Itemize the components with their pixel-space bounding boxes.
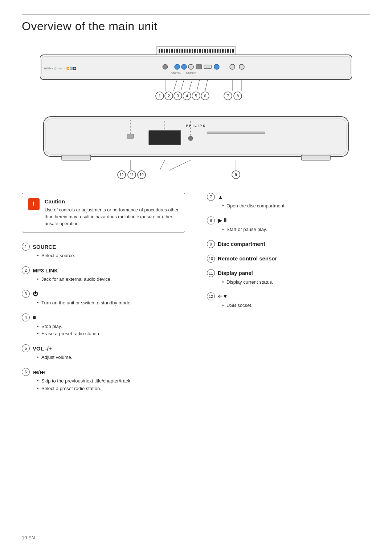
bottom-unit-svg: PHILIPS bbox=[40, 113, 352, 186]
top-unit-diagram: HDMI ≡ 💿 ☆☆ -☆ 📶🔤🔲 ←FUNCTION→ ←TUNE/SKIP… bbox=[40, 44, 352, 106]
svg-rect-68 bbox=[44, 117, 348, 157]
item-6: 6 ⏮/⏭ Skip to the previous/next title/ch… bbox=[22, 368, 185, 393]
svg-point-37 bbox=[188, 64, 193, 69]
item-num-12: 12 bbox=[207, 292, 215, 300]
item-label-2: MP3 LINK bbox=[33, 267, 58, 274]
item-num-6: 6 bbox=[22, 368, 30, 376]
svg-rect-74 bbox=[207, 132, 265, 134]
svg-rect-21 bbox=[204, 49, 206, 53]
page-footer: 10 EN bbox=[22, 535, 35, 540]
svg-rect-14 bbox=[187, 49, 188, 53]
svg-rect-9 bbox=[174, 49, 175, 53]
svg-rect-4 bbox=[161, 49, 163, 53]
svg-rect-28 bbox=[222, 49, 224, 53]
item-bullet-2-1: Jack for an external audio device. bbox=[37, 276, 185, 283]
item-bullet-3-1: Turn on the unit or switch to standby mo… bbox=[37, 299, 185, 307]
diagrams-section: HDMI ≡ 💿 ☆☆ -☆ 📶🔤🔲 ←FUNCTION→ ←TUNE/SKIP… bbox=[22, 44, 370, 182]
svg-rect-3 bbox=[159, 49, 160, 53]
svg-rect-7 bbox=[169, 49, 170, 53]
svg-rect-26 bbox=[217, 49, 219, 53]
item-num-5: 5 bbox=[22, 344, 30, 352]
svg-text:7: 7 bbox=[227, 94, 229, 98]
right-column: 7 ▲ Open the disc compartment. 8 ▶⏸ Star… bbox=[207, 193, 370, 399]
item-label-6: ⏮/⏭ bbox=[33, 369, 45, 375]
item-label-12: ⇦▼ bbox=[218, 293, 228, 300]
item-11: 11 Display panel Display current status. bbox=[207, 269, 370, 286]
item-label-11: Display panel bbox=[218, 270, 253, 276]
svg-line-48 bbox=[197, 80, 200, 91]
item-num-9: 9 bbox=[207, 240, 215, 248]
item-10: 10 Remote control sensor bbox=[207, 255, 370, 263]
item-label-3: ⏻ bbox=[33, 291, 38, 297]
svg-line-47 bbox=[189, 80, 192, 91]
item-num-2: 2 bbox=[22, 266, 30, 274]
svg-rect-6 bbox=[166, 49, 168, 53]
svg-line-81 bbox=[160, 160, 165, 170]
svg-rect-16 bbox=[192, 49, 193, 53]
item-label-9: Disc compartment bbox=[218, 241, 265, 247]
svg-rect-23 bbox=[209, 49, 211, 53]
left-column: ! Caution Use of controls or adjustments… bbox=[22, 193, 185, 399]
svg-rect-39 bbox=[204, 65, 211, 69]
page-title: Overview of the main unit bbox=[22, 15, 370, 33]
top-unit-svg: HDMI ≡ 💿 ☆☆ -☆ 📶🔤🔲 ←FUNCTION→ ←TUNE/SKIP… bbox=[40, 44, 352, 106]
item-bullet-8-1: Start or pause play. bbox=[222, 226, 370, 234]
item-bullet-5-1: Adjust volume. bbox=[37, 354, 185, 361]
svg-rect-20 bbox=[202, 49, 203, 53]
item-label-8: ▶⏸ bbox=[218, 217, 228, 224]
svg-rect-32 bbox=[232, 49, 234, 53]
svg-text:11: 11 bbox=[130, 173, 134, 177]
svg-rect-15 bbox=[189, 49, 191, 53]
svg-rect-29 bbox=[225, 49, 226, 53]
item-label-1: SOURCE bbox=[33, 244, 56, 250]
svg-point-34 bbox=[163, 64, 168, 69]
svg-rect-11 bbox=[179, 49, 180, 53]
svg-point-35 bbox=[175, 64, 180, 69]
svg-rect-31 bbox=[230, 49, 231, 53]
item-3: 3 ⏻ Turn on the unit or switch to standb… bbox=[22, 290, 185, 307]
svg-rect-18 bbox=[197, 49, 198, 53]
svg-rect-70 bbox=[62, 155, 91, 160]
item-num-4: 4 bbox=[22, 313, 30, 321]
svg-rect-10 bbox=[176, 49, 178, 53]
svg-point-36 bbox=[181, 64, 187, 69]
item-bullet-11-1: Display current status. bbox=[222, 279, 370, 286]
item-label-5: VOL -/+ bbox=[33, 345, 52, 352]
svg-point-43 bbox=[239, 64, 244, 69]
svg-rect-2 bbox=[156, 47, 236, 55]
svg-rect-75 bbox=[127, 134, 134, 138]
svg-text:1: 1 bbox=[159, 94, 161, 98]
item-num-3: 3 bbox=[22, 290, 30, 298]
item-num-10: 10 bbox=[207, 255, 215, 263]
svg-rect-5 bbox=[164, 49, 165, 53]
svg-rect-38 bbox=[196, 65, 202, 69]
caution-title: Caution bbox=[45, 198, 179, 204]
svg-point-42 bbox=[230, 64, 235, 69]
item-5: 5 VOL -/+ Adjust volume. bbox=[22, 344, 185, 361]
svg-rect-17 bbox=[194, 49, 196, 53]
svg-text:12: 12 bbox=[119, 173, 124, 177]
svg-text:8: 8 bbox=[237, 94, 239, 98]
svg-rect-73 bbox=[149, 130, 181, 145]
item-label-10: Remote control sensor bbox=[218, 255, 277, 262]
item-7: 7 ▲ Open the disc compartment. bbox=[207, 193, 370, 210]
svg-line-46 bbox=[181, 80, 184, 91]
item-9: 9 Disc compartment bbox=[207, 240, 370, 248]
item-num-1: 1 bbox=[22, 243, 30, 251]
svg-rect-13 bbox=[184, 49, 185, 53]
item-bullet-6-2: Select a preset radio station. bbox=[37, 385, 185, 393]
svg-rect-25 bbox=[215, 49, 216, 53]
item-2: 2 MP3 LINK Jack for an external audio de… bbox=[22, 266, 185, 283]
svg-rect-8 bbox=[171, 49, 173, 53]
item-bullet-7-1: Open the disc compartment. bbox=[222, 202, 370, 210]
item-bullet-4-2: Erase a preset radio station. bbox=[37, 330, 185, 338]
svg-text:6: 6 bbox=[204, 94, 206, 98]
item-num-7: 7 bbox=[207, 193, 215, 201]
svg-text:PHILIPS: PHILIPS bbox=[186, 124, 206, 127]
svg-text:5: 5 bbox=[195, 94, 197, 98]
svg-text:←FUNCTION→ ←TUNE/SKIP→: ←FUNCTION→ ←TUNE/SKIP→ bbox=[169, 72, 198, 74]
svg-rect-12 bbox=[181, 49, 183, 53]
svg-text:2: 2 bbox=[168, 94, 170, 98]
svg-rect-22 bbox=[207, 49, 208, 53]
content-grid: ! Caution Use of controls or adjustments… bbox=[22, 193, 370, 399]
